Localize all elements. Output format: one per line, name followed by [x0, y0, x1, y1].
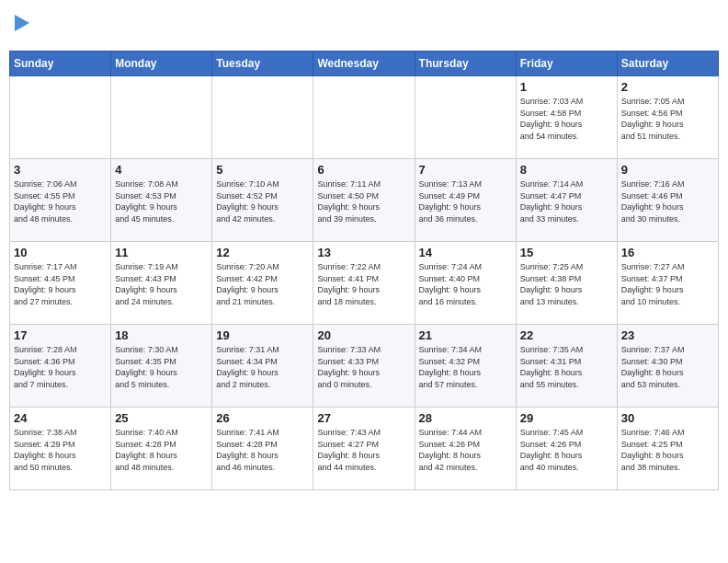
calendar-day-cell [111, 76, 212, 159]
calendar-day-cell: 15Sunrise: 7:25 AM Sunset: 4:38 PM Dayli… [516, 242, 617, 325]
day-info: Sunrise: 7:34 AM Sunset: 4:32 PM Dayligh… [419, 344, 512, 390]
day-number: 2 [621, 80, 714, 94]
day-of-week-header: Saturday [617, 52, 718, 76]
day-info: Sunrise: 7:40 AM Sunset: 4:28 PM Dayligh… [115, 427, 208, 473]
calendar-day-cell: 6Sunrise: 7:11 AM Sunset: 4:50 PM Daylig… [313, 159, 415, 242]
calendar-day-cell: 17Sunrise: 7:28 AM Sunset: 4:36 PM Dayli… [10, 325, 111, 408]
calendar-day-cell: 10Sunrise: 7:17 AM Sunset: 4:45 PM Dayli… [10, 242, 111, 325]
day-info: Sunrise: 7:06 AM Sunset: 4:55 PM Dayligh… [14, 178, 107, 224]
day-number: 29 [520, 411, 613, 425]
day-of-week-header: Tuesday [212, 52, 313, 76]
calendar-day-cell: 8Sunrise: 7:14 AM Sunset: 4:47 PM Daylig… [516, 159, 617, 242]
day-info: Sunrise: 7:10 AM Sunset: 4:52 PM Dayligh… [216, 178, 309, 224]
day-info: Sunrise: 7:19 AM Sunset: 4:43 PM Dayligh… [115, 261, 208, 307]
calendar-day-cell: 7Sunrise: 7:13 AM Sunset: 4:49 PM Daylig… [415, 159, 516, 242]
calendar-day-cell: 14Sunrise: 7:24 AM Sunset: 4:40 PM Dayli… [415, 242, 516, 325]
day-number: 30 [621, 411, 714, 425]
day-number: 6 [317, 163, 410, 177]
calendar-day-cell: 4Sunrise: 7:08 AM Sunset: 4:53 PM Daylig… [111, 159, 212, 242]
day-info: Sunrise: 7:37 AM Sunset: 4:30 PM Dayligh… [621, 344, 714, 390]
day-number: 18 [115, 328, 208, 342]
day-info: Sunrise: 7:45 AM Sunset: 4:26 PM Dayligh… [520, 427, 613, 473]
calendar-table: SundayMondayTuesdayWednesdayThursdayFrid… [9, 51, 719, 490]
day-info: Sunrise: 7:22 AM Sunset: 4:41 PM Dayligh… [317, 261, 410, 307]
day-info: Sunrise: 7:16 AM Sunset: 4:46 PM Dayligh… [621, 178, 714, 224]
day-number: 19 [216, 328, 309, 342]
calendar-day-cell: 29Sunrise: 7:45 AM Sunset: 4:26 PM Dayli… [516, 408, 617, 490]
calendar-week-row: 3Sunrise: 7:06 AM Sunset: 4:55 PM Daylig… [10, 159, 719, 242]
calendar-day-cell: 25Sunrise: 7:40 AM Sunset: 4:28 PM Dayli… [111, 408, 212, 490]
day-of-week-header: Sunday [10, 52, 111, 76]
day-info: Sunrise: 7:41 AM Sunset: 4:28 PM Dayligh… [216, 427, 309, 473]
day-number: 16 [621, 246, 714, 259]
calendar-day-cell: 3Sunrise: 7:06 AM Sunset: 4:55 PM Daylig… [10, 159, 111, 242]
calendar-day-cell: 30Sunrise: 7:46 AM Sunset: 4:25 PM Dayli… [617, 408, 718, 490]
logo-arrow-icon [15, 15, 29, 31]
day-number: 21 [419, 328, 512, 342]
day-of-week-header: Wednesday [313, 52, 415, 76]
day-of-week-header: Monday [111, 52, 212, 76]
day-info: Sunrise: 7:46 AM Sunset: 4:25 PM Dayligh… [621, 427, 714, 473]
day-number: 15 [520, 246, 613, 259]
day-number: 22 [520, 328, 613, 342]
day-info: Sunrise: 7:05 AM Sunset: 4:56 PM Dayligh… [621, 96, 714, 142]
day-number: 1 [520, 80, 613, 94]
day-number: 4 [115, 163, 208, 177]
calendar-week-row: 10Sunrise: 7:17 AM Sunset: 4:45 PM Dayli… [10, 242, 719, 325]
day-info: Sunrise: 7:35 AM Sunset: 4:31 PM Dayligh… [520, 344, 613, 390]
day-number: 14 [419, 246, 512, 259]
calendar-day-cell: 19Sunrise: 7:31 AM Sunset: 4:34 PM Dayli… [212, 325, 313, 408]
day-info: Sunrise: 7:30 AM Sunset: 4:35 PM Dayligh… [115, 344, 208, 390]
calendar-day-cell: 12Sunrise: 7:20 AM Sunset: 4:42 PM Dayli… [212, 242, 313, 325]
day-info: Sunrise: 7:38 AM Sunset: 4:29 PM Dayligh… [14, 427, 107, 473]
day-number: 5 [216, 163, 309, 177]
day-of-week-header: Thursday [415, 52, 516, 76]
calendar-day-cell: 23Sunrise: 7:37 AM Sunset: 4:30 PM Dayli… [617, 325, 718, 408]
calendar-day-cell: 20Sunrise: 7:33 AM Sunset: 4:33 PM Dayli… [313, 325, 415, 408]
day-number: 26 [216, 411, 309, 425]
day-number: 9 [621, 163, 714, 177]
day-info: Sunrise: 7:14 AM Sunset: 4:47 PM Dayligh… [520, 178, 613, 224]
day-number: 24 [14, 411, 107, 425]
day-number: 12 [216, 246, 309, 259]
day-info: Sunrise: 7:33 AM Sunset: 4:33 PM Dayligh… [317, 344, 410, 390]
calendar-day-cell: 22Sunrise: 7:35 AM Sunset: 4:31 PM Dayli… [516, 325, 617, 408]
day-number: 11 [115, 246, 208, 259]
day-number: 27 [317, 411, 410, 425]
day-info: Sunrise: 7:08 AM Sunset: 4:53 PM Dayligh… [115, 178, 208, 224]
calendar-day-cell: 26Sunrise: 7:41 AM Sunset: 4:28 PM Dayli… [212, 408, 313, 490]
day-number: 20 [317, 328, 410, 342]
day-info: Sunrise: 7:11 AM Sunset: 4:50 PM Dayligh… [317, 178, 410, 224]
day-info: Sunrise: 7:27 AM Sunset: 4:37 PM Dayligh… [621, 261, 714, 307]
day-of-week-header: Friday [516, 52, 617, 76]
day-info: Sunrise: 7:44 AM Sunset: 4:26 PM Dayligh… [419, 427, 512, 473]
calendar-day-cell: 27Sunrise: 7:43 AM Sunset: 4:27 PM Dayli… [313, 408, 415, 490]
calendar-day-cell: 28Sunrise: 7:44 AM Sunset: 4:26 PM Dayli… [415, 408, 516, 490]
day-number: 10 [14, 246, 107, 259]
calendar-day-cell: 16Sunrise: 7:27 AM Sunset: 4:37 PM Dayli… [617, 242, 718, 325]
calendar-week-row: 1Sunrise: 7:03 AM Sunset: 4:58 PM Daylig… [10, 76, 719, 159]
calendar-day-cell [10, 76, 111, 159]
day-info: Sunrise: 7:25 AM Sunset: 4:38 PM Dayligh… [520, 261, 613, 307]
day-number: 23 [621, 328, 714, 342]
day-info: Sunrise: 7:13 AM Sunset: 4:49 PM Dayligh… [419, 178, 512, 224]
day-info: Sunrise: 7:28 AM Sunset: 4:36 PM Dayligh… [14, 344, 107, 390]
day-info: Sunrise: 7:24 AM Sunset: 4:40 PM Dayligh… [419, 261, 512, 307]
day-number: 28 [419, 411, 512, 425]
calendar-week-row: 24Sunrise: 7:38 AM Sunset: 4:29 PM Dayli… [10, 408, 719, 490]
calendar-week-row: 17Sunrise: 7:28 AM Sunset: 4:36 PM Dayli… [10, 325, 719, 408]
calendar-day-cell [415, 76, 516, 159]
day-info: Sunrise: 7:17 AM Sunset: 4:45 PM Dayligh… [14, 261, 107, 307]
day-number: 7 [419, 163, 512, 177]
day-number: 17 [14, 328, 107, 342]
day-number: 13 [317, 246, 410, 259]
calendar-day-cell: 21Sunrise: 7:34 AM Sunset: 4:32 PM Dayli… [415, 325, 516, 408]
day-number: 3 [14, 163, 107, 177]
day-info: Sunrise: 7:20 AM Sunset: 4:42 PM Dayligh… [216, 261, 309, 307]
calendar-day-cell: 2Sunrise: 7:05 AM Sunset: 4:56 PM Daylig… [617, 76, 718, 159]
calendar-day-cell: 18Sunrise: 7:30 AM Sunset: 4:35 PM Dayli… [111, 325, 212, 408]
day-number: 8 [520, 163, 613, 177]
page-header [9, 9, 719, 43]
calendar-day-cell: 13Sunrise: 7:22 AM Sunset: 4:41 PM Dayli… [313, 242, 415, 325]
calendar-day-cell: 1Sunrise: 7:03 AM Sunset: 4:58 PM Daylig… [516, 76, 617, 159]
